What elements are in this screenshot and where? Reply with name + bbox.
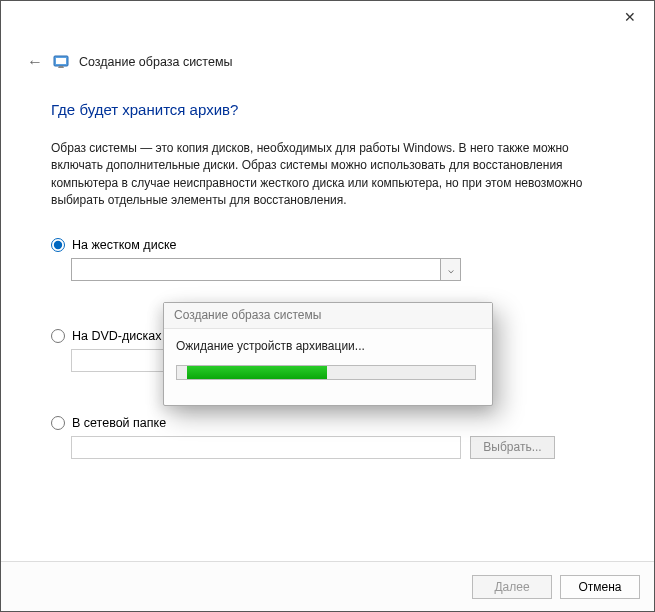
page-description: Образ системы — это копия дисков, необхо… [51,140,604,210]
chevron-down-icon[interactable]: ⌵ [440,259,460,280]
next-button[interactable]: Далее [472,575,552,599]
back-arrow-icon[interactable]: ← [27,53,43,71]
progress-bar [176,365,476,380]
svg-rect-1 [56,58,66,64]
radio-hdd[interactable] [51,238,65,252]
header-title: Создание образа системы [79,55,232,69]
radio-dvd[interactable] [51,329,65,343]
progress-fill [187,366,327,379]
choose-button[interactable]: Выбрать... [470,436,554,459]
header: ← Создание образа системы [27,53,232,71]
content-area: Где будет хранится архив? Образ системы … [51,101,604,469]
close-icon[interactable]: ✕ [616,7,644,27]
progress-popup: Создание образа системы Ожидание устройс… [163,302,493,406]
cancel-button[interactable]: Отмена [560,575,640,599]
system-image-icon [53,54,69,70]
popup-message: Ожидание устройств архивации... [176,339,480,353]
wizard-window: ✕ ← Создание образа системы Где будет хр… [0,0,655,612]
radio-hdd-label: На жестком диске [72,238,176,252]
option-network: В сетевой папке Выбрать... [51,416,604,459]
network-path-field[interactable] [71,436,461,459]
radio-dvd-label: На DVD-дисках [72,329,161,343]
radio-network-label: В сетевой папке [72,416,166,430]
page-question: Где будет хранится архив? [51,101,604,118]
hdd-dropdown[interactable]: ⌵ [71,258,461,281]
option-hdd: На жестком диске ⌵ [51,238,604,281]
footer: Далее Отмена [1,561,654,611]
popup-title: Создание образа системы [164,303,492,329]
radio-network[interactable] [51,416,65,430]
popup-body: Ожидание устройств архивации... [164,329,492,390]
